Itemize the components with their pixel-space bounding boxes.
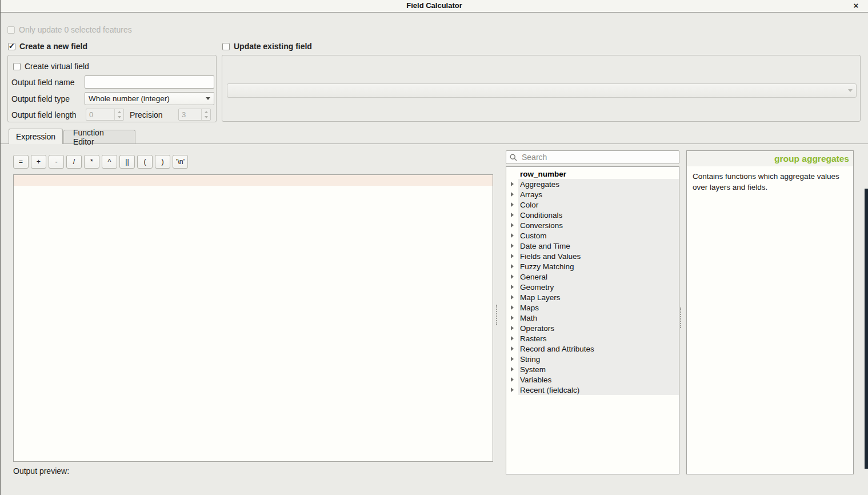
function-group-label: General bbox=[518, 272, 679, 282]
expand-triangle-icon[interactable] bbox=[506, 364, 518, 374]
operator-button[interactable]: + bbox=[31, 155, 46, 169]
expand-triangle-icon[interactable] bbox=[506, 313, 518, 323]
update-existing-field-checkbox[interactable] bbox=[222, 43, 230, 50]
expand-triangle-icon[interactable] bbox=[506, 385, 518, 395]
function-group-row[interactable]: Fields and Values bbox=[506, 251, 679, 261]
expand-triangle-icon[interactable] bbox=[506, 374, 518, 385]
output-field-type-value: Whole number (integer) bbox=[89, 94, 170, 103]
function-group-row[interactable]: Color bbox=[506, 199, 679, 210]
function-group-row[interactable]: Rasters bbox=[506, 333, 679, 344]
field-calculator-dialog: { "window": { "title": "Field Calculator… bbox=[0, 0, 868, 495]
expand-triangle-icon[interactable] bbox=[506, 323, 518, 333]
output-field-length-value: 0 bbox=[86, 109, 114, 120]
expand-triangle-icon[interactable] bbox=[506, 292, 518, 302]
expand-triangle-icon[interactable] bbox=[506, 220, 518, 230]
function-group-label: Map Layers bbox=[518, 292, 679, 302]
create-virtual-field-checkbox[interactable] bbox=[13, 63, 21, 70]
function-group-row[interactable]: Math bbox=[506, 313, 679, 323]
output-field-name-input[interactable] bbox=[85, 75, 214, 89]
expand-triangle-icon[interactable] bbox=[506, 199, 518, 210]
function-group-row[interactable]: Recent (fieldcalc) bbox=[506, 385, 679, 395]
function-group-label: Conversions bbox=[518, 220, 679, 230]
existing-field-combobox bbox=[227, 83, 857, 98]
function-group-row[interactable]: Geometry bbox=[506, 282, 679, 292]
function-group-label: Date and Time bbox=[518, 241, 679, 251]
expression-editor[interactable] bbox=[13, 174, 493, 462]
spin-down-icon bbox=[205, 116, 208, 118]
function-group-row[interactable]: Date and Time bbox=[506, 241, 679, 251]
function-group-label: Fuzzy Matching bbox=[518, 261, 679, 272]
function-group-row[interactable]: Conversions bbox=[506, 220, 679, 230]
function-group-row[interactable]: Operators bbox=[506, 323, 679, 333]
expand-triangle-icon[interactable] bbox=[506, 354, 518, 364]
function-group-label: System bbox=[518, 364, 679, 374]
function-search-input[interactable] bbox=[521, 152, 675, 162]
function-group-label: Fields and Values bbox=[518, 251, 679, 261]
function-group-label: Arrays bbox=[518, 189, 679, 199]
expand-triangle-icon[interactable] bbox=[506, 251, 518, 261]
expand-triangle-icon[interactable] bbox=[506, 282, 518, 292]
expand-triangle-icon[interactable] bbox=[506, 241, 518, 251]
function-item-row-number[interactable]: row_number bbox=[506, 169, 679, 179]
tab-expression[interactable]: Expression bbox=[9, 129, 63, 144]
close-icon[interactable]: × bbox=[851, 1, 861, 11]
chevron-down-icon bbox=[206, 97, 210, 100]
create-virtual-field-row: Create virtual field bbox=[13, 62, 89, 71]
function-group-row[interactable]: Variables bbox=[506, 374, 679, 385]
output-field-type-label: Output field type bbox=[11, 94, 70, 103]
new-field-groupbox: Create virtual field Output field name O… bbox=[7, 55, 217, 122]
operator-button[interactable]: ( bbox=[137, 155, 153, 169]
operator-button[interactable]: || bbox=[119, 155, 135, 169]
expand-triangle-icon[interactable] bbox=[506, 189, 518, 199]
expand-triangle-icon[interactable] bbox=[506, 261, 518, 272]
operator-button[interactable]: ^ bbox=[102, 155, 117, 169]
function-group-row[interactable]: Record and Attributes bbox=[506, 344, 679, 354]
expand-triangle-icon[interactable] bbox=[506, 344, 518, 354]
chevron-down-icon bbox=[848, 89, 853, 92]
operator-button[interactable]: ) bbox=[155, 155, 170, 169]
expand-triangle-icon[interactable] bbox=[506, 230, 518, 241]
function-group-row[interactable]: Conditionals bbox=[506, 210, 679, 220]
create-new-field-checkbox[interactable] bbox=[8, 43, 15, 50]
output-preview-label: Output preview: bbox=[13, 466, 69, 476]
expand-triangle-icon[interactable] bbox=[506, 179, 518, 189]
expand-triangle-icon[interactable] bbox=[506, 210, 518, 220]
create-virtual-field-label: Create virtual field bbox=[25, 62, 89, 71]
splitter-handle[interactable] bbox=[496, 305, 499, 325]
function-group-row[interactable]: Arrays bbox=[506, 189, 679, 199]
window-title: Field Calculator bbox=[1, 1, 868, 10]
function-group-row[interactable]: Custom bbox=[506, 230, 679, 241]
function-group-label: Operators bbox=[518, 323, 679, 333]
expand-triangle-icon[interactable] bbox=[506, 272, 518, 282]
tab-function-editor[interactable]: Function Editor bbox=[63, 130, 135, 143]
function-group-label: Custom bbox=[518, 230, 679, 241]
function-group-row[interactable]: General bbox=[506, 272, 679, 282]
function-group-row[interactable]: String bbox=[506, 354, 679, 364]
function-group-row[interactable]: Maps bbox=[506, 302, 679, 313]
function-search-box bbox=[506, 150, 679, 164]
operator-button[interactable]: = bbox=[13, 155, 29, 169]
function-group-row[interactable]: Fuzzy Matching bbox=[506, 261, 679, 272]
operator-button[interactable]: - bbox=[49, 155, 64, 169]
output-field-name-label: Output field name bbox=[11, 78, 75, 87]
function-group-row[interactable]: Aggregates bbox=[506, 179, 679, 189]
function-group-label: String bbox=[518, 354, 679, 364]
function-group-row[interactable]: System bbox=[506, 364, 679, 374]
function-group-label: Maps bbox=[518, 302, 679, 313]
splitter-handle[interactable] bbox=[680, 308, 683, 328]
function-group-label: Record and Attributes bbox=[518, 344, 679, 354]
operator-button[interactable]: * bbox=[84, 155, 99, 169]
output-field-type-combobox[interactable]: Whole number (integer) bbox=[85, 92, 214, 105]
expand-triangle-icon[interactable] bbox=[506, 302, 518, 313]
function-group-row[interactable]: Map Layers bbox=[506, 292, 679, 302]
function-group-label: Rasters bbox=[518, 333, 679, 344]
precision-spinner: 3 bbox=[178, 109, 211, 121]
expand-triangle-icon[interactable] bbox=[506, 333, 518, 344]
operator-button[interactable]: / bbox=[66, 155, 82, 169]
function-group-label: Recent (fieldcalc) bbox=[518, 385, 679, 395]
tab-expression-label: Expression bbox=[16, 132, 55, 141]
operator-buttons: =+-/*^||()'\n' bbox=[13, 155, 188, 169]
only-update-label: Only update 0 selected features bbox=[19, 25, 132, 34]
operator-button[interactable]: '\n' bbox=[173, 155, 188, 169]
create-new-field-label: Create a new field bbox=[19, 42, 87, 51]
